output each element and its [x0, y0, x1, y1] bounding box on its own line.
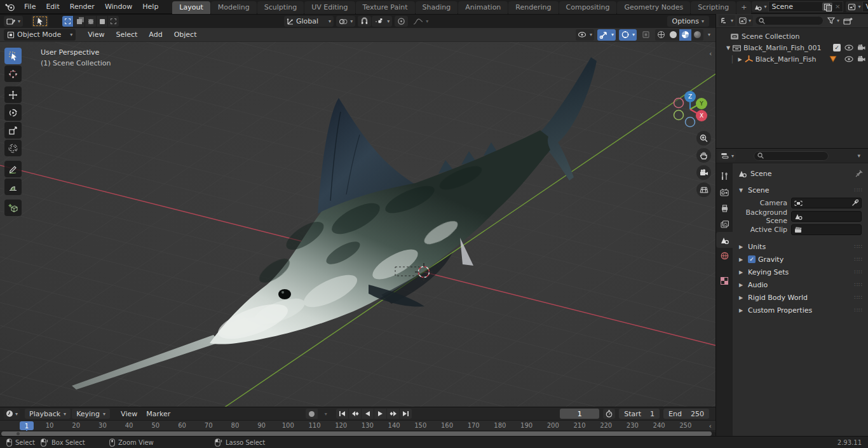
tool-measure[interactable]: [4, 179, 22, 195]
tab-scene-icon[interactable]: [716, 232, 733, 248]
pan-hand-icon[interactable]: [696, 148, 711, 163]
object-visibility-dropdown[interactable]: ▾: [576, 29, 594, 41]
scrollbar-thumb[interactable]: [1, 431, 712, 436]
tab-texture-icon[interactable]: [716, 273, 733, 288]
eyedropper-icon[interactable]: [851, 200, 858, 207]
new-collection-button[interactable]: [843, 17, 853, 25]
pivot-point-dropdown[interactable]: ▾: [336, 16, 355, 27]
zoom-icon[interactable]: [696, 131, 711, 146]
menu-select[interactable]: Select: [110, 31, 143, 39]
properties-search-input[interactable]: [754, 151, 829, 161]
proportional-editing-button[interactable]: [395, 16, 408, 27]
panel-audio[interactable]: ▶ Audio ∷∷: [733, 278, 868, 291]
view-layer-name-field[interactable]: View Layer ✕: [862, 1, 868, 12]
fish-model[interactable]: [72, 57, 597, 390]
tool-move[interactable]: [4, 86, 22, 103]
marker-menu[interactable]: Marker: [142, 410, 175, 418]
gravity-checkbox[interactable]: ✓: [748, 255, 756, 263]
tab-sculpting[interactable]: Sculpting: [257, 1, 304, 14]
jump-to-end-icon[interactable]: [400, 409, 412, 419]
pin-icon[interactable]: [855, 170, 863, 177]
axis-x-label[interactable]: X: [700, 112, 703, 119]
tool-transform[interactable]: [4, 140, 22, 156]
tab-world-icon[interactable]: [716, 248, 733, 264]
play-icon[interactable]: [374, 409, 386, 419]
tool-cursor[interactable]: [4, 65, 22, 82]
navigation-gizmo[interactable]: Z Y X: [665, 86, 715, 132]
panel-units[interactable]: ▶ Units ∷∷: [733, 240, 868, 253]
outliner-row-object[interactable]: │ ▶ Black_Marlin_Fish: [716, 53, 868, 65]
timeline-ruler[interactable]: 1020304050607080901001101201301401501601…: [0, 421, 715, 431]
drag-handle-icon[interactable]: ∷∷: [855, 187, 863, 193]
playback-menu[interactable]: Playback▾: [25, 409, 71, 419]
mode-dropdown[interactable]: Object Mode ▾: [4, 29, 76, 41]
select-mode-set-icon[interactable]: [62, 16, 73, 27]
timeline-collapse-icon[interactable]: ‹: [709, 422, 712, 430]
tool-rotate[interactable]: [4, 104, 22, 121]
sidebar-collapse-icon[interactable]: ‹: [709, 50, 712, 58]
properties-editor-type-button[interactable]: ▾: [719, 151, 736, 161]
camera-view-icon[interactable]: [696, 165, 711, 180]
add-workspace-button[interactable]: +: [736, 1, 751, 14]
select-mode-invert-icon[interactable]: [97, 16, 107, 27]
tool-scale[interactable]: [4, 122, 22, 139]
shading-wireframe-icon[interactable]: [655, 29, 667, 41]
timeline-scrollbar[interactable]: [0, 431, 715, 436]
outliner-row-scene-collection[interactable]: Scene Collection: [716, 31, 868, 42]
playhead[interactable]: 1: [20, 421, 34, 430]
disable-render-camera-icon[interactable]: [857, 56, 865, 62]
tab-view-layer-icon[interactable]: [716, 216, 733, 232]
tab-animation[interactable]: Animation: [458, 1, 508, 14]
axis-y-label[interactable]: Y: [699, 100, 703, 107]
drag-handle-icon[interactable]: ∷∷: [855, 256, 863, 262]
xray-toggle[interactable]: [640, 29, 652, 41]
disclosure-down-icon[interactable]: ▼: [725, 45, 731, 51]
select-mode-subtract-icon[interactable]: [85, 16, 96, 27]
tab-render-icon[interactable]: [716, 184, 733, 200]
snap-target-dropdown[interactable]: ▾: [372, 16, 392, 27]
tab-output-icon[interactable]: [716, 200, 733, 216]
camera-field[interactable]: [791, 198, 862, 208]
tab-texture-paint[interactable]: Texture Paint: [356, 1, 415, 14]
active-tool-select-box[interactable]: [32, 15, 48, 27]
keying-dropdown-icon[interactable]: ▾: [319, 409, 331, 419]
shading-solid-icon[interactable]: [667, 29, 679, 41]
properties-filter-dropdown[interactable]: ▾: [857, 153, 860, 159]
collection-checkbox[interactable]: ✓: [833, 44, 841, 51]
new-scene-icon[interactable]: [822, 3, 832, 11]
shading-rendered-icon[interactable]: [691, 29, 703, 41]
tab-tool-icon[interactable]: [716, 168, 733, 184]
scene-panel-header[interactable]: ▼ Scene ∷∷: [733, 184, 868, 196]
drag-handle-icon[interactable]: ∷∷: [855, 269, 863, 275]
tool-select-box[interactable]: [4, 48, 22, 64]
end-frame-field[interactable]: End250: [663, 409, 709, 419]
timeline-editor-type-button[interactable]: ▾: [4, 409, 20, 419]
menu-object[interactable]: Object: [168, 31, 203, 39]
tab-modeling[interactable]: Modeling: [211, 1, 257, 14]
outliner-search-input[interactable]: [755, 16, 824, 25]
auto-keying-record-icon[interactable]: [306, 409, 318, 419]
drag-handle-icon[interactable]: ∷∷: [855, 307, 863, 313]
tab-compositing[interactable]: Compositing: [559, 1, 617, 14]
orthographic-toggle-icon[interactable]: [696, 182, 711, 197]
options-dropdown[interactable]: Options ▾: [667, 16, 709, 27]
panel-gravity[interactable]: ▶ ✓ Gravity ∷∷: [733, 253, 868, 266]
menu-add[interactable]: Add: [143, 31, 168, 39]
transform-orientation-dropdown[interactable]: Global ▾: [284, 16, 334, 27]
viewport-canvas[interactable]: [0, 42, 715, 407]
panel-rigid-body-world[interactable]: ▶ Rigid Body World ∷∷: [733, 291, 868, 304]
gizmos-toggle-dropdown[interactable]: ▾: [597, 29, 616, 41]
menu-render[interactable]: Render: [65, 3, 100, 11]
overlays-toggle-dropdown[interactable]: ▾: [619, 29, 637, 41]
shading-dropdown-icon[interactable]: ▾: [708, 32, 710, 37]
disclosure-right-icon[interactable]: ▶: [737, 57, 743, 62]
outliner-editor-type-button[interactable]: ▾: [719, 15, 735, 26]
background-scene-field[interactable]: [791, 211, 862, 222]
select-mode-extend-icon[interactable]: [74, 16, 85, 27]
tab-rendering[interactable]: Rendering: [508, 1, 558, 14]
browse-scene-button[interactable]: ▾: [752, 1, 768, 12]
drag-handle-icon[interactable]: ∷∷: [855, 243, 863, 250]
tab-geometry-nodes[interactable]: Geometry Nodes: [617, 1, 690, 14]
shading-material-preview-icon[interactable]: [679, 29, 691, 41]
disable-render-camera-icon[interactable]: [857, 44, 865, 51]
